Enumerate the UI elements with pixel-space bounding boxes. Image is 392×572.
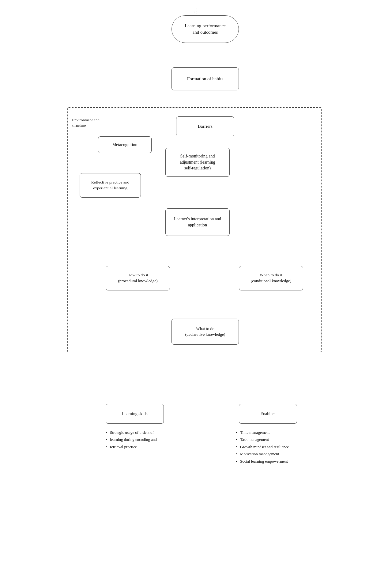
enablers-bullets: Time management Task management Growth m… [236, 429, 306, 465]
diagram-container: Learning performance and outcomes Format… [55, 6, 337, 28]
node-barriers: Barriers [176, 116, 234, 136]
node-metacognition: Metacognition [98, 136, 152, 153]
environment-label: Environment and structure [72, 112, 100, 129]
node-when-to-do: When to do it (conditional knowledge) [239, 266, 303, 290]
svg-line-7 [194, 12, 195, 13]
node-learning-skills: Learning skills [106, 404, 164, 424]
node-enablers: Enablers [239, 404, 297, 424]
node-how-to-do: How to do it (procedural knowledge) [106, 266, 170, 290]
svg-line-8 [193, 12, 193, 13]
node-what-to-do: What to do (declarative knowledge) [172, 319, 239, 345]
node-self-monitoring: Self-monitoring and adjustment (learning… [165, 148, 230, 177]
node-reflective-practice: Reflective practice and experiential lea… [80, 173, 141, 198]
svg-line-10 [194, 13, 195, 14]
node-learning-performance: Learning performance and outcomes [172, 15, 239, 43]
node-formation-habits: Formation of habits [172, 67, 239, 90]
learning-skills-bullets: Strategic usage of orders of learning du… [106, 429, 167, 450]
node-learners-interpretation: Learner's interpretation and application [165, 208, 230, 236]
svg-line-6 [194, 11, 195, 12]
